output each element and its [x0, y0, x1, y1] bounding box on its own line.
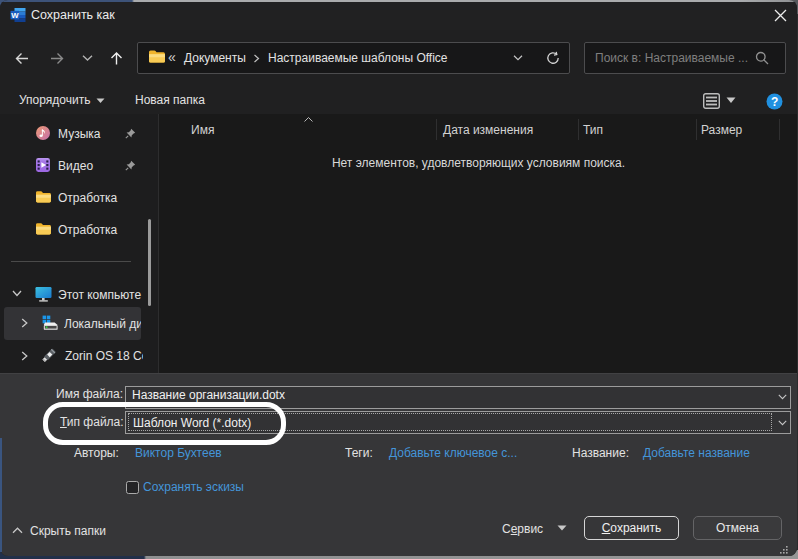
svg-text:W: W	[11, 11, 19, 20]
svg-text:?: ?	[771, 95, 778, 109]
